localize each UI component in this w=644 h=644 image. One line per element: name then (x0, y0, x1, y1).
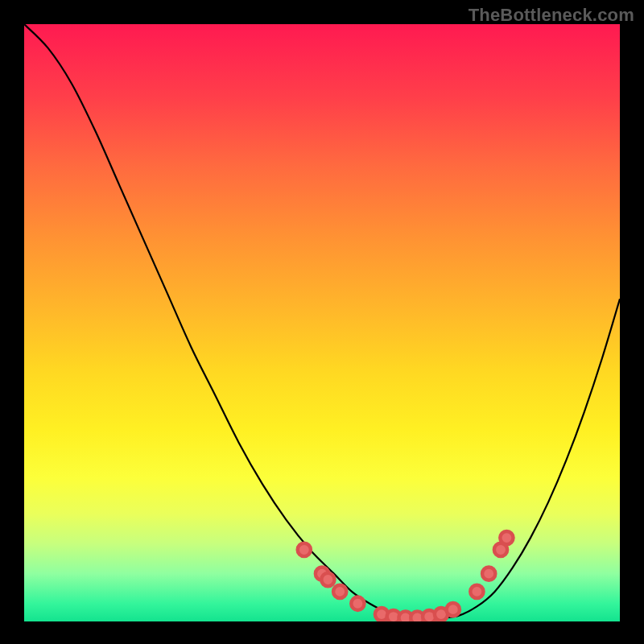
curve-markers (298, 531, 514, 621)
curve-marker (447, 603, 460, 616)
curve-marker (482, 567, 495, 580)
watermark-text: TheBottleneck.com (469, 5, 634, 26)
curve-marker (333, 585, 346, 598)
curve-marker (298, 543, 311, 556)
bottleneck-curve (24, 24, 620, 618)
curve-marker (351, 597, 364, 610)
chart-frame: TheBottleneck.com (0, 0, 644, 644)
plot-area (24, 24, 620, 621)
curve-layer (24, 24, 620, 621)
curve-marker (500, 531, 513, 544)
curve-marker (321, 573, 334, 586)
curve-marker (470, 585, 483, 598)
